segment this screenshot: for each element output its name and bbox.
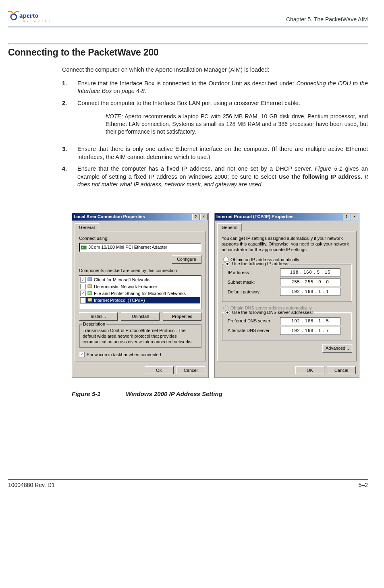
checkbox-icon[interactable] <box>80 284 86 289</box>
tab-general[interactable]: General <box>75 223 99 231</box>
close-button[interactable]: × <box>351 214 358 220</box>
step-3: 3. Ensure that there is only one active … <box>62 145 368 161</box>
radio-icon[interactable] <box>225 261 230 266</box>
adapter-box: 3Com 10/100 Mini PCI Ethernet Adapter <box>79 243 201 252</box>
ip-group: Use the following IP address: IP address… <box>222 264 352 302</box>
connect-using-label: Connect using: <box>79 235 201 241</box>
checkbox-icon[interactable]: ✓ <box>80 277 86 283</box>
service-icon <box>87 284 93 289</box>
dns1-input[interactable]: 192 . 168 . 1 . 5 <box>280 317 340 325</box>
mask-input[interactable]: 255 . 255 . 0 . 0 <box>280 278 340 286</box>
step-1: 1. Ensure that the Interface Box is conn… <box>62 80 368 95</box>
step-number: 4. <box>62 165 77 189</box>
components-label: Components checked are used by this conn… <box>79 268 201 274</box>
radio-use-dns[interactable]: Use the following DNS server addresses: <box>224 309 314 316</box>
show-icon-label: Show icon in taskbar when connected <box>87 352 161 358</box>
component-list[interactable]: ✓ Client for Microsoft Networks Determin… <box>79 275 201 309</box>
uninstall-button[interactable]: Uninstall <box>121 312 160 321</box>
dns1-label: Preferred DNS server: <box>228 318 280 324</box>
dns2-label: Alternate DNS server: <box>228 328 280 334</box>
component-item[interactable]: ✓ Client for Microsoft Networks <box>80 276 200 283</box>
mask-label: Subnet mask: <box>228 279 280 285</box>
gateway-input[interactable]: 192 . 168 . 1 . 1 <box>280 288 340 296</box>
nic-icon <box>81 245 87 250</box>
install-button[interactable]: Install... <box>79 312 118 321</box>
figure-number: Figure 5-1 <box>72 390 124 398</box>
advanced-button[interactable]: Advanced... <box>322 344 352 353</box>
step-body: Ensure that the computer has a fixed IP … <box>77 165 368 189</box>
configure-button[interactable]: Configure <box>172 255 201 264</box>
protocol-icon <box>87 297 93 303</box>
dns2-row: Alternate DNS server: 192 . 168 . 1 . 7 <box>228 327 348 335</box>
cancel-button[interactable]: Cancel <box>176 366 205 375</box>
component-buttons: Install... Uninstall Properties <box>79 312 201 321</box>
show-icon-row[interactable]: ✓ Show icon in taskbar when connected <box>79 352 201 358</box>
aperto-logo: aperto n e t w o r k s <box>8 8 52 23</box>
dialog-footer: OK Cancel <box>72 364 208 378</box>
share-icon <box>87 291 93 296</box>
titlebar-text: Local Area Connection Properties <box>74 214 191 220</box>
radio-use-ip[interactable]: Use the following IP address: <box>224 261 291 267</box>
tab-general[interactable]: General <box>217 223 242 231</box>
note-block: NOTE: Aperto recommends a laptop PC with… <box>106 113 368 136</box>
chapter-title: Chapter 5. The PacketWave AIM <box>286 16 368 23</box>
dns2-input[interactable]: 192 . 168 . 1 . 7 <box>280 327 340 335</box>
step-number: 2. <box>62 99 77 141</box>
ok-button[interactable]: OK <box>295 366 324 375</box>
component-item[interactable]: ✓ File and Printer Sharing for Microsoft… <box>80 290 200 297</box>
tcpip-properties-dialog: Internet Protocol (TCP/IP) Properties ? … <box>214 213 359 378</box>
header-rule <box>8 27 368 27</box>
cancel-button[interactable]: Cancel <box>327 366 356 375</box>
titlebar: Internet Protocol (TCP/IP) Properties ? … <box>215 213 359 221</box>
svg-text:n e t w o r k s: n e t w o r k s <box>23 19 51 23</box>
steps-list: 1. Ensure that the Interface Box is conn… <box>62 80 368 189</box>
svg-rect-7 <box>88 291 92 295</box>
step-body: Ensure that the Interface Box is connect… <box>77 80 368 95</box>
svg-rect-3 <box>81 246 86 249</box>
adapter-name: 3Com 10/100 Mini PCI Ethernet Adapter <box>88 244 167 250</box>
figure-title: Windows 2000 IP Address Setting <box>126 390 222 397</box>
footer-right: 5–2 <box>359 481 368 489</box>
info-text: You can get IP settings assigned automat… <box>222 235 352 253</box>
ip-input[interactable]: 198 . 168 . 5 . 15 <box>280 268 340 276</box>
tab-panel: Connect using: 3Com 10/100 Mini PCI Ethe… <box>75 231 206 361</box>
titlebar-text: Internet Protocol (TCP/IP) Properties <box>216 214 342 220</box>
figure-area: Local Area Connection Properties ? × Gen… <box>72 213 368 378</box>
mask-row: Subnet mask: 255 . 255 . 0 . 0 <box>228 278 348 286</box>
description-text: Transmission Control Protocol/Internet P… <box>83 328 198 345</box>
step-4: 4. Ensure that the computer has a fixed … <box>62 165 368 189</box>
ip-row: IP address: 198 . 168 . 5 . 15 <box>228 268 348 276</box>
lan-properties-dialog: Local Area Connection Properties ? × Gen… <box>72 213 209 378</box>
dns-group: Use the following DNS server addresses: … <box>222 312 352 341</box>
description-label: Description <box>82 321 106 327</box>
svg-rect-6 <box>88 285 92 288</box>
component-item[interactable]: Deterministic Network Enhancer <box>80 283 200 290</box>
titlebar: Local Area Connection Properties ? × <box>72 213 208 221</box>
figure-rule <box>72 387 363 388</box>
checkbox-icon[interactable]: ✓ <box>80 297 86 303</box>
description-group: Description Transmission Control Protoco… <box>79 324 201 348</box>
checkbox-icon[interactable]: ✓ <box>80 291 86 296</box>
help-button[interactable]: ? <box>192 214 199 220</box>
dialog-footer: OK Cancel <box>215 364 359 378</box>
note-label: NOTE: <box>106 113 123 120</box>
ip-label: IP address: <box>228 270 280 276</box>
help-button[interactable]: ? <box>343 214 350 220</box>
properties-button[interactable]: Properties <box>163 312 201 321</box>
section-title: Connecting to the PacketWave 200 <box>8 45 368 59</box>
svg-rect-4 <box>82 247 83 248</box>
radio-icon[interactable] <box>225 310 230 315</box>
close-button[interactable]: × <box>200 214 208 220</box>
ok-button[interactable]: OK <box>145 366 174 375</box>
client-icon <box>87 277 93 283</box>
figure-caption: Figure 5-1 Windows 2000 IP Address Setti… <box>72 390 368 398</box>
checkbox-icon[interactable]: ✓ <box>79 352 85 357</box>
page-footer: 10004880 Rev. D1 5–2 <box>8 479 368 489</box>
step-body: Ensure that there is only one active Eth… <box>77 145 368 161</box>
dns1-row: Preferred DNS server: 192 . 168 . 1 . 5 <box>228 317 348 325</box>
intro-text: Connect the computer on which the Aperto… <box>62 66 368 74</box>
step-number: 3. <box>62 145 77 161</box>
component-item-selected[interactable]: ✓ Internet Protocol (TCP/IP) <box>80 297 200 304</box>
gateway-row: Default gateway: 192 . 168 . 1 . 1 <box>228 288 348 296</box>
svg-point-0 <box>11 14 17 20</box>
